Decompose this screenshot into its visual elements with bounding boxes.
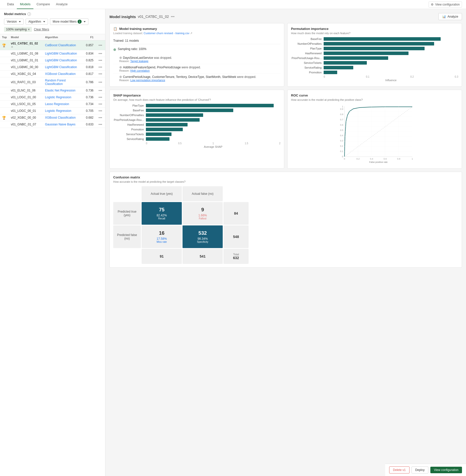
view-config-top-button[interactable]: ⚙ View configuration bbox=[429, 2, 462, 8]
perm-row: Promotion bbox=[291, 71, 458, 74]
algorithm-chevron-icon bbox=[43, 21, 45, 22]
table-row[interactable]: v01_LOGC_01_00 Logistic Regression 0.736… bbox=[0, 94, 105, 101]
algorithm-cell: LightGBM Classification bbox=[43, 50, 84, 57]
actions-cell: ••• bbox=[95, 57, 105, 64]
svg-text:0.9: 0.9 bbox=[340, 108, 343, 110]
insights-title-row: Model insights v01_CATBC_01_02 ••• bbox=[109, 15, 174, 19]
cm-empty-bottomleft bbox=[113, 249, 141, 264]
algorithm-link[interactable]: Logistic Regression bbox=[45, 109, 71, 113]
shap-bar bbox=[146, 123, 188, 126]
cm-true-positive: 75 82.42% Recall bbox=[142, 202, 182, 225]
algorithm-link[interactable]: XGBoost Classification bbox=[45, 116, 76, 119]
algorithm-link[interactable]: Gaussian Naive Bayes bbox=[45, 123, 75, 126]
row-menu-button[interactable]: ••• bbox=[97, 109, 103, 113]
col-actions bbox=[95, 34, 105, 40]
deploy-button[interactable]: Deploy bbox=[412, 466, 428, 473]
reason-link-2[interactable]: Low permutation importance bbox=[130, 79, 165, 82]
perm-axis-label: Influence bbox=[291, 79, 458, 82]
reason-link-1[interactable]: High correlation bbox=[130, 69, 150, 72]
shap-label: ServiceTickets bbox=[113, 133, 146, 136]
row-menu-button[interactable]: ••• bbox=[97, 95, 103, 99]
row-menu-button[interactable]: ••• bbox=[97, 88, 103, 92]
clear-filters-button[interactable]: Clear filters bbox=[34, 28, 49, 31]
table-row[interactable]: v01_LSOC_01_05 Lasso Regression 0.734 ••… bbox=[0, 101, 105, 108]
model-name-cell: v01_LGBMC_01_01 bbox=[9, 57, 43, 64]
cm-empty-topleft bbox=[113, 186, 141, 201]
algorithm-link[interactable]: CatBoost Classification bbox=[45, 43, 76, 47]
row-menu-button[interactable]: ••• bbox=[97, 122, 103, 126]
model-name: v01_XGBC_01_04 bbox=[11, 72, 36, 76]
model-name-cell: v02_XGBC_00_00 bbox=[9, 114, 43, 121]
model-name-cell: v01_LGBMC_00_00 bbox=[9, 64, 43, 71]
col-algorithm: Algorithm bbox=[43, 34, 84, 40]
sampling-remove-button[interactable]: ✕ bbox=[28, 28, 30, 31]
row-menu-button[interactable]: ••• bbox=[97, 116, 103, 120]
row-menu-button[interactable]: ••• bbox=[97, 58, 103, 62]
training-dataset-link[interactable]: Customer churn revised - training.csv bbox=[144, 32, 189, 35]
col-top-cell bbox=[0, 121, 9, 128]
view-config-footer-button[interactable]: View configuration bbox=[430, 467, 462, 473]
sampling-icon: ⊕ bbox=[113, 47, 116, 52]
table-row[interactable]: v01_RAFC_01_03 Random Forest Classificat… bbox=[0, 77, 105, 87]
reason-link-0[interactable]: Target leakage bbox=[130, 60, 148, 63]
nav-tab-data[interactable]: Data bbox=[4, 0, 17, 9]
cm-header-actual-false: Actual false (no) bbox=[183, 186, 223, 201]
f1-cell: 0.817 bbox=[84, 71, 95, 77]
more-filters-button[interactable]: More model filters 1 bbox=[50, 18, 88, 25]
algorithm-link[interactable]: Logistic Regression bbox=[45, 96, 71, 99]
table-row[interactable]: v01_GNBC_01_07 Gaussian Naive Bayes 0.63… bbox=[0, 121, 105, 128]
table-row[interactable]: v01_XGBC_01_04 XGBoost Classification 0.… bbox=[0, 71, 105, 77]
analyze-icon: 📊 bbox=[442, 15, 446, 18]
algorithm-link[interactable]: LightGBM Classification bbox=[45, 65, 77, 69]
algorithm-link[interactable]: Lasso Regression bbox=[45, 102, 69, 106]
row-menu-button[interactable]: ••• bbox=[97, 43, 103, 47]
svg-text:0.6: 0.6 bbox=[340, 124, 343, 126]
col-top-cell bbox=[0, 64, 9, 71]
row-menu-button[interactable]: ••• bbox=[97, 52, 103, 56]
perm-bar bbox=[324, 47, 425, 50]
row-menu-button[interactable]: ••• bbox=[97, 72, 103, 76]
delete-button[interactable]: Delete v1 bbox=[389, 466, 410, 473]
nav-tab-models[interactable]: Models bbox=[17, 0, 33, 9]
version-filter[interactable]: Version bbox=[4, 19, 24, 25]
table-row[interactable]: v01_LOGC_00_01 Logistic Regression 0.705… bbox=[0, 108, 105, 114]
algorithm-link[interactable]: LightGBM Classification bbox=[45, 59, 77, 62]
f1-cell: 0.825 bbox=[84, 57, 95, 64]
table-row[interactable]: v01_LGBMC_01_08 LightGBM Classification … bbox=[0, 50, 105, 57]
trophy-icon: 🏆 bbox=[2, 116, 6, 120]
table-row[interactable]: v01_ELNC_01_06 Elastic Net Regression 0.… bbox=[0, 87, 105, 94]
perm-row: PriorPeriodUsage-Rou... bbox=[291, 56, 458, 60]
svg-text:False positive rate: False positive rate bbox=[369, 161, 387, 163]
insights-menu-button[interactable]: ••• bbox=[171, 15, 174, 19]
table-row[interactable]: v01_LGBMC_00_00 LightGBM Classification … bbox=[0, 64, 105, 71]
perm-bar bbox=[324, 71, 337, 74]
perm-row: PlanType bbox=[291, 47, 458, 50]
row-menu-button[interactable]: ••• bbox=[97, 80, 103, 84]
table-row[interactable]: 🏆 v02_XGBC_00_00 XGBoost Classification … bbox=[0, 114, 105, 121]
algorithm-cell: Elastic Net Regression bbox=[43, 87, 84, 94]
col-top-cell bbox=[0, 50, 9, 57]
nav-tab-compare[interactable]: Compare bbox=[33, 0, 53, 9]
shap-bar-wrap bbox=[146, 123, 280, 126]
analyze-button[interactable]: 📊 Analyze bbox=[438, 13, 462, 20]
table-row[interactable]: v01_LGBMC_01_01 LightGBM Classification … bbox=[0, 57, 105, 64]
model-name: v01_LOGC_01_00 bbox=[11, 96, 36, 99]
algorithm-filter[interactable]: Algorithm bbox=[26, 19, 48, 25]
algorithm-link[interactable]: Elastic Net Regression bbox=[45, 89, 75, 92]
shap-axis-label: Average SHAP bbox=[113, 145, 280, 148]
algorithm-cell: LightGBM Classification bbox=[43, 57, 84, 64]
row-menu-button[interactable]: ••• bbox=[97, 102, 103, 106]
algorithm-link[interactable]: XGBoost Classification bbox=[45, 72, 76, 76]
algorithm-link[interactable]: Random Forest Classification bbox=[45, 79, 66, 86]
table-row[interactable]: 🏆 v01_CATBC_01_02 ✕ CatBoost Classificat… bbox=[0, 40, 105, 50]
false-negative-label: Miss rate bbox=[157, 241, 167, 243]
training-meta: Loaded training dataset: Customer churn … bbox=[113, 32, 280, 35]
row-menu-button[interactable]: ••• bbox=[97, 65, 103, 69]
info-icon[interactable]: i bbox=[27, 12, 31, 16]
algorithm-link[interactable]: LightGBM Classification bbox=[45, 52, 77, 55]
model-remove-button[interactable]: ✕ bbox=[11, 45, 13, 49]
nav-tab-analyze[interactable]: Analyze bbox=[53, 0, 71, 9]
false-negative-pct: 17.58% bbox=[157, 237, 167, 241]
perm-label: BaseFee bbox=[291, 37, 324, 40]
true-negative-value: 532 bbox=[198, 230, 207, 236]
